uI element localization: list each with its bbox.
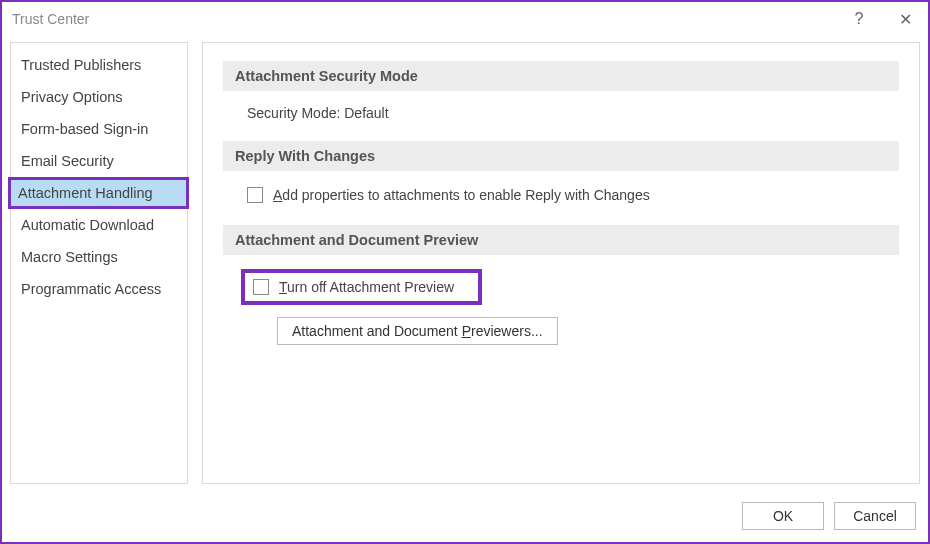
close-icon: ✕ [899, 10, 912, 29]
turn-off-preview-highlight: Turn off Attachment Preview [241, 269, 482, 305]
dialog-content: Trusted Publishers Privacy Options Form-… [2, 36, 928, 492]
dialog-footer: OK Cancel [2, 492, 928, 542]
sidebar-item-macro-settings[interactable]: Macro Settings [11, 241, 187, 273]
reply-with-changes-label: Add properties to attachments to enable … [273, 187, 650, 203]
section-body-attachment-preview: Turn off Attachment Preview Attachment a… [223, 269, 899, 365]
section-body-reply-with-changes: Add properties to attachments to enable … [223, 185, 899, 225]
sidebar-item-privacy-options[interactable]: Privacy Options [11, 81, 187, 113]
sidebar-item-form-based-sign-in[interactable]: Form-based Sign-in [11, 113, 187, 145]
ok-button[interactable]: OK [742, 502, 824, 530]
category-sidebar: Trusted Publishers Privacy Options Form-… [10, 42, 188, 484]
attachment-previewers-button[interactable]: Attachment and Document Previewers... [277, 317, 558, 345]
security-mode-text: Security Mode: Default [247, 105, 389, 121]
sidebar-item-trusted-publishers[interactable]: Trusted Publishers [11, 49, 187, 81]
help-icon: ? [855, 10, 864, 28]
section-header-attachment-security: Attachment Security Mode [223, 61, 899, 91]
turn-off-attachment-preview-label: Turn off Attachment Preview [279, 279, 454, 295]
reply-with-changes-checkbox-row[interactable]: Add properties to attachments to enable … [247, 185, 899, 205]
titlebar: Trust Center ? ✕ [2, 2, 928, 36]
sidebar-item-automatic-download[interactable]: Automatic Download [11, 209, 187, 241]
sidebar-item-attachment-handling[interactable]: Attachment Handling [8, 177, 189, 209]
turn-off-attachment-preview-checkbox-row[interactable]: Turn off Attachment Preview [253, 279, 454, 295]
cancel-button[interactable]: Cancel [834, 502, 916, 530]
help-button[interactable]: ? [836, 2, 882, 36]
checkbox-icon [247, 187, 263, 203]
checkbox-icon [253, 279, 269, 295]
section-body-attachment-security: Security Mode: Default [223, 105, 899, 141]
main-panel: Attachment Security Mode Security Mode: … [202, 42, 920, 484]
section-header-attachment-preview: Attachment and Document Preview [223, 225, 899, 255]
trust-center-dialog: Trust Center ? ✕ Trusted Publishers Priv… [0, 0, 930, 544]
section-header-reply-with-changes: Reply With Changes [223, 141, 899, 171]
sidebar-item-email-security[interactable]: Email Security [11, 145, 187, 177]
close-button[interactable]: ✕ [882, 2, 928, 36]
sidebar-item-programmatic-access[interactable]: Programmatic Access [11, 273, 187, 305]
window-title: Trust Center [12, 11, 89, 27]
